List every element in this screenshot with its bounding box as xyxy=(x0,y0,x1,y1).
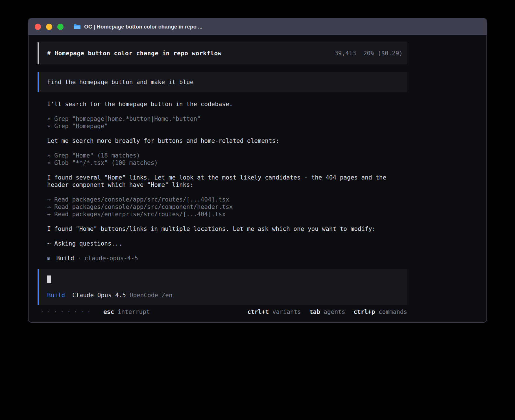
token-count: 39,413 xyxy=(335,50,356,57)
commands-label: commands xyxy=(375,309,407,315)
agents-hint: tab agents xyxy=(309,308,345,316)
agents-label: agents xyxy=(320,309,345,315)
statusbar-right: ctrl+t variants tab agents ctrl+p comman… xyxy=(239,308,407,316)
interrupt-label: interrupt xyxy=(114,309,150,315)
close-button[interactable] xyxy=(35,24,41,30)
prompt-input[interactable]: BuildClaude Opus 4.5OpenCode Zen xyxy=(38,269,407,305)
assistant-line: ∗ Grep "homepage|home.*button|Home.*butt… xyxy=(47,115,407,123)
esc-key: esc xyxy=(103,309,114,315)
context-usage: 20% ($0.29) xyxy=(363,50,403,57)
assistant-block: I found "Home" buttons/links in multiple… xyxy=(47,225,407,233)
conversation: I'll search for the homepage button in t… xyxy=(38,100,407,247)
text-cursor xyxy=(47,275,51,283)
terminal-main: # Homepage button color change in repo w… xyxy=(29,35,486,322)
assistant-line: ∗ Grep "Home" (18 matches) xyxy=(47,152,407,159)
assistant-block: Let me search more broadly for buttons a… xyxy=(47,137,407,145)
session-title: # Homepage button color change in repo w… xyxy=(47,50,222,57)
statusbar-left: ········ esc interrupt xyxy=(38,308,150,316)
assistant-line: Let me search more broadly for buttons a… xyxy=(47,137,407,145)
agent-separator: · xyxy=(77,255,81,262)
input-mode[interactable]: Build xyxy=(47,292,65,299)
input-meta: BuildClaude Opus 4.5OpenCode Zen xyxy=(47,292,407,299)
user-message-text: Find the homepage button and make it blu… xyxy=(47,79,193,86)
variants-hint: ctrl+t variants xyxy=(247,308,301,316)
minimize-button[interactable] xyxy=(46,24,52,30)
variants-label: variants xyxy=(269,309,301,315)
session-header: # Homepage button color change in repo w… xyxy=(38,42,407,64)
agent-icon: ▣ xyxy=(47,255,50,262)
agent-status-line: ▣ Build · claude-opus-4-5 xyxy=(38,255,407,262)
input-provider: OpenCode Zen xyxy=(130,292,173,299)
assistant-line: → Read packages/console/app/src/componen… xyxy=(47,203,407,211)
interrupt-hint: esc interrupt xyxy=(103,308,150,316)
assistant-block: → Read packages/console/app/src/routes/[… xyxy=(47,196,407,218)
assistant-line: ∗ Glob "**/*.tsx" (100 matches) xyxy=(47,159,407,167)
agent-model: claude-opus-4-5 xyxy=(84,255,138,262)
assistant-block: I found several "Home" links. Let me loo… xyxy=(47,174,407,189)
assistant-line: ∗ Grep "Homepage" xyxy=(47,123,407,130)
session-content: # Homepage button color change in repo w… xyxy=(38,35,407,305)
ctrl-t-key: ctrl+t xyxy=(247,309,269,315)
statusbar: ········ esc interrupt ctrl+t variants t… xyxy=(38,308,407,316)
assistant-line: ~ Asking questions... xyxy=(47,240,407,247)
traffic-lights xyxy=(35,24,64,30)
session-stats: 39,413 20% ($0.29) xyxy=(335,50,403,57)
input-model[interactable]: Claude Opus 4.5 xyxy=(72,292,126,299)
window-title: OC | Homepage button color change in rep… xyxy=(84,24,202,30)
ctrl-p-key: ctrl+p xyxy=(353,309,375,315)
zoom-button[interactable] xyxy=(57,24,64,30)
assistant-block: ∗ Grep "homepage|home.*button|Home.*butt… xyxy=(47,115,407,130)
folder-icon xyxy=(74,24,81,30)
assistant-line: I found several "Home" links. Let me loo… xyxy=(47,174,407,189)
assistant-line: I'll search for the homepage button in t… xyxy=(47,100,407,108)
user-message: Find the homepage button and make it blu… xyxy=(38,72,407,92)
assistant-block: I'll search for the homepage button in t… xyxy=(47,100,407,108)
assistant-block: ∗ Grep "Home" (18 matches)∗ Glob "**/*.t… xyxy=(47,152,407,167)
assistant-line: I found "Home" buttons/links in multiple… xyxy=(47,225,407,233)
assistant-line: → Read packages/console/app/src/routes/[… xyxy=(47,196,407,203)
tab-key: tab xyxy=(309,309,320,315)
assistant-line: → Read packages/enterprise/src/routes/[.… xyxy=(47,211,407,218)
titlebar[interactable]: OC | Homepage button color change in rep… xyxy=(29,19,486,35)
commands-hint: ctrl+p commands xyxy=(353,308,407,316)
window-title-group: OC | Homepage button color change in rep… xyxy=(74,24,202,30)
assistant-block: ~ Asking questions... xyxy=(47,240,407,247)
terminal-window: OC | Homepage button color change in rep… xyxy=(28,18,487,323)
spinner-dots: ········ xyxy=(38,308,94,316)
agent-name: Build xyxy=(56,255,74,262)
